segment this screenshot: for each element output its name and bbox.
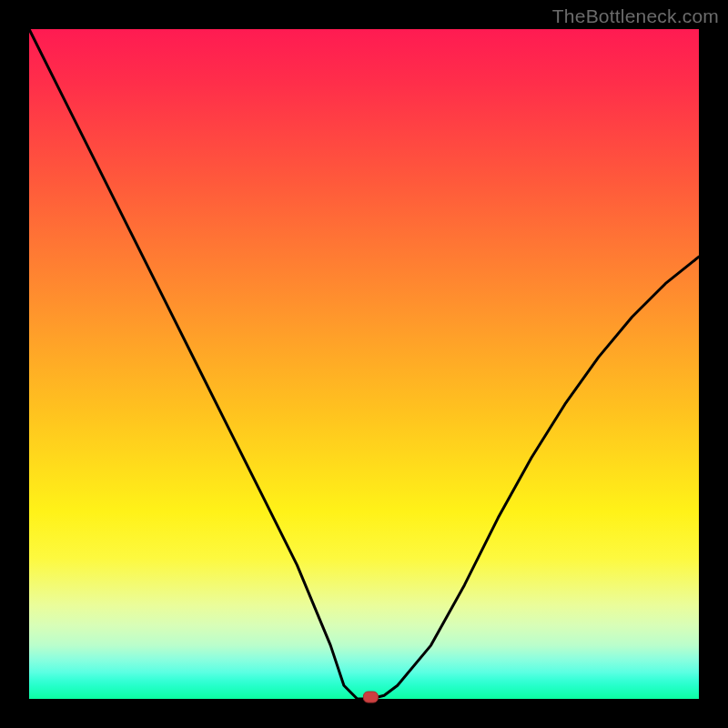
watermark-text: TheBottleneck.com	[552, 5, 719, 27]
chart-stage: TheBottleneck.com	[0, 0, 728, 728]
bottleneck-curve	[29, 29, 699, 699]
plot-area	[29, 29, 699, 699]
min-marker	[363, 692, 378, 703]
curve-svg	[29, 29, 699, 699]
